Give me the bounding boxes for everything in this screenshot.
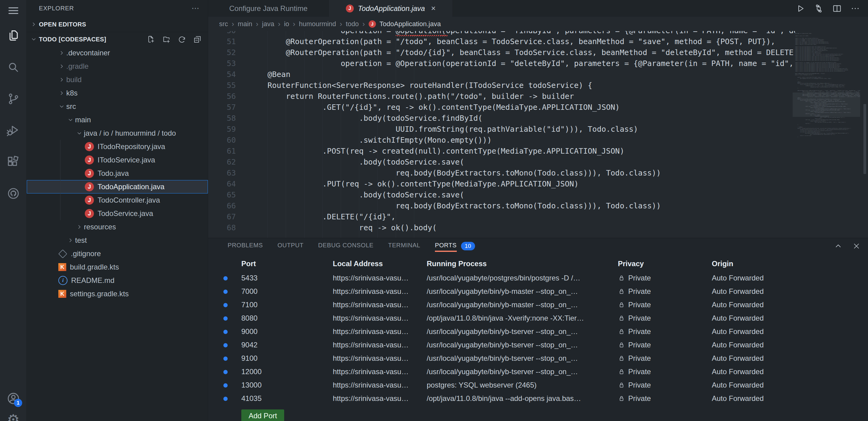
code-text: @Bean xyxy=(249,70,290,79)
origin: Auto Forwarded xyxy=(712,327,868,336)
tree-item-itodorepository-java[interactable]: JITodoRepository.java xyxy=(27,140,208,153)
run-icon[interactable] xyxy=(796,4,805,13)
maximize-panel-icon[interactable] xyxy=(834,242,842,250)
port-row-7100[interactable]: 7100https://srinivasa-vasu…/usr/local/yu… xyxy=(223,298,868,311)
minimap[interactable]: package io.humourmind.todo; import java.… xyxy=(793,31,860,238)
port-row-9000[interactable]: 9000https://srinivasa-vasu…/usr/local/yu… xyxy=(223,325,868,338)
tree-item-java-io-humourmind-todo[interactable]: java / io / humourmind / todo xyxy=(27,127,208,140)
open-editors-header[interactable]: OPEN EDITORS xyxy=(27,17,208,32)
code-editor[interactable]: 50 operation = @Operation(operationId = … xyxy=(208,31,868,238)
refresh-icon[interactable] xyxy=(178,35,186,44)
running-process: /usr/local/yugabyte/bin/yb-master --stop… xyxy=(427,287,618,296)
tab-todoapplication-java[interactable]: JTodoApplication.java× xyxy=(329,0,453,17)
port-row-8080[interactable]: 8080https://srinivasa-vasu…/opt/java/11.… xyxy=(223,311,868,325)
code-text: .switchIfEmpty(Mono.empty())) xyxy=(249,136,492,144)
tab-configure-java-runtime[interactable]: Configure Java Runtime xyxy=(208,0,329,17)
local-address[interactable]: https://srinivasa-vasu… xyxy=(333,327,427,336)
tree-item-itodoservice-java[interactable]: JITodoService.java xyxy=(27,153,208,167)
menu-icon[interactable] xyxy=(0,2,26,20)
close-tab-icon[interactable]: × xyxy=(431,4,436,13)
local-address[interactable]: https://srinivasa-vasu… xyxy=(333,381,427,389)
port-row-5433[interactable]: 5433https://srinivasa-vasu…/usr/local/yu… xyxy=(223,271,868,285)
port-row-7000[interactable]: 7000https://srinivasa-vasu…/usr/local/yu… xyxy=(223,285,868,298)
editor-scrollbar[interactable] xyxy=(863,104,866,174)
breadcrumb-item[interactable]: TodoApplication.java xyxy=(380,20,441,28)
code-text: .body(todoService.save( xyxy=(249,190,464,199)
tree-item-label: .gradle xyxy=(66,62,88,71)
split-editor-icon[interactable] xyxy=(832,4,842,13)
breadcrumb-item[interactable]: humourmind xyxy=(299,20,336,28)
synchronize-changes-icon[interactable] xyxy=(814,4,824,13)
breadcrumb-item[interactable]: src xyxy=(219,20,228,28)
port-row-41035[interactable]: 41035https://srinivasa-vasu…/opt/java/11… xyxy=(223,392,868,405)
search-icon[interactable] xyxy=(0,58,26,76)
source-control-icon[interactable] xyxy=(0,90,26,108)
minimap-viewport[interactable] xyxy=(793,92,860,117)
panel-actions xyxy=(834,238,861,254)
project-section-header[interactable]: TODO [CODESPACES] xyxy=(27,32,208,46)
tree-item-resources[interactable]: resources xyxy=(27,220,208,234)
origin: Auto Forwarded xyxy=(712,314,868,322)
local-address[interactable]: https://srinivasa-vasu… xyxy=(333,341,427,349)
local-address[interactable]: https://srinivasa-vasu… xyxy=(333,367,427,376)
local-address[interactable]: https://srinivasa-vasu… xyxy=(333,274,427,282)
tree-item--devcontainer[interactable]: .devcontainer xyxy=(27,46,208,60)
tree-item-build[interactable]: build xyxy=(27,73,208,86)
tree-item-todoservice-java[interactable]: JTodoService.java xyxy=(27,207,208,220)
new-file-icon[interactable] xyxy=(147,35,155,44)
panel-tab-ports[interactable]: PORTS10 xyxy=(435,238,475,254)
chevron-right-icon xyxy=(30,21,37,28)
local-address[interactable]: https://srinivasa-vasu… xyxy=(333,314,427,322)
panel-tab-output[interactable]: OUTPUT xyxy=(277,238,304,254)
ports-count-badge: 10 xyxy=(461,242,475,250)
breadcrumb-item[interactable]: java xyxy=(262,20,274,28)
tree-item-todoapplication-java[interactable]: JTodoApplication.java xyxy=(27,180,208,194)
panel-tab-debug-console[interactable]: DEBUG CONSOLE xyxy=(318,238,374,254)
code-text: .body(todoService.findById( xyxy=(249,114,483,122)
tree-item--gradle[interactable]: .gradle xyxy=(27,60,208,73)
tree-item-test[interactable]: test xyxy=(27,234,208,247)
settings-gear-icon[interactable]: ⚙ xyxy=(0,413,26,421)
breadcrumb-item[interactable]: todo xyxy=(346,20,359,28)
tree-item-main[interactable]: main xyxy=(27,113,208,127)
collapse-all-icon[interactable] xyxy=(193,35,202,44)
more-actions-icon[interactable] xyxy=(850,4,860,13)
tree-item--gitignore[interactable]: .gitignore xyxy=(27,247,208,260)
breadcrumb-separator: › xyxy=(278,20,280,28)
breadcrumb-item[interactable]: main xyxy=(238,20,252,28)
tree-item-build-gradle-kts[interactable]: Kbuild.gradle.kts xyxy=(27,260,208,274)
tree-item-label: TodoApplication.java xyxy=(98,183,164,191)
local-address[interactable]: https://srinivasa-vasu… xyxy=(333,394,427,403)
github-icon[interactable] xyxy=(0,184,26,203)
privacy-label: Private xyxy=(628,354,651,363)
line-number: 64 xyxy=(208,178,236,190)
panel-tab-terminal[interactable]: TERMINAL xyxy=(388,238,420,254)
port-row-9100[interactable]: 9100https://srinivasa-vasu…/usr/local/yu… xyxy=(223,352,868,365)
panel-tab-problems[interactable]: PROBLEMS xyxy=(228,238,263,254)
close-panel-icon[interactable] xyxy=(852,242,861,250)
local-address[interactable]: https://srinivasa-vasu… xyxy=(333,354,427,363)
new-folder-icon[interactable] xyxy=(162,35,171,44)
code-text: operation = @Operation(operationId = "fi… xyxy=(249,31,795,35)
tree-item-settings-gradle-kts[interactable]: Ksettings.gradle.kts xyxy=(27,287,208,301)
tree-item-k8s[interactable]: k8s xyxy=(27,86,208,100)
run-debug-icon[interactable] xyxy=(0,121,26,140)
vscode-window: 1⚙ EXPLORER ⋯ OPEN EDITORS TODO [CODESPA… xyxy=(0,0,868,421)
extensions-icon[interactable] xyxy=(0,153,26,171)
tree-item-label: resources xyxy=(84,223,116,231)
tree-item-src[interactable]: src xyxy=(27,100,208,113)
tree-item-todocontroller-java[interactable]: JTodoController.java xyxy=(27,194,208,207)
port-row-13000[interactable]: 13000https://srinivasa-vasu…postgres: YS… xyxy=(223,378,868,392)
breadcrumb-item[interactable]: io xyxy=(284,20,289,28)
local-address[interactable]: https://srinivasa-vasu… xyxy=(333,287,427,296)
local-address[interactable]: https://srinivasa-vasu… xyxy=(333,301,427,309)
explorer-icon[interactable] xyxy=(0,26,26,45)
tree-item-readme-md[interactable]: iREADME.md xyxy=(27,274,208,287)
add-port-button[interactable]: Add Port xyxy=(241,410,284,421)
port-row-12000[interactable]: 12000https://srinivasa-vasu…/usr/local/y… xyxy=(223,365,868,378)
tree-item-todo-java[interactable]: JTodo.java xyxy=(27,167,208,180)
port-row-9042[interactable]: 9042https://srinivasa-vasu…/usr/local/yu… xyxy=(223,338,868,352)
running-process: /usr/local/yugabyte/bin/yb-tserver --sto… xyxy=(427,367,618,376)
account-icon[interactable]: 1 xyxy=(0,389,26,408)
sidebar-more-icon[interactable]: ⋯ xyxy=(191,4,200,13)
